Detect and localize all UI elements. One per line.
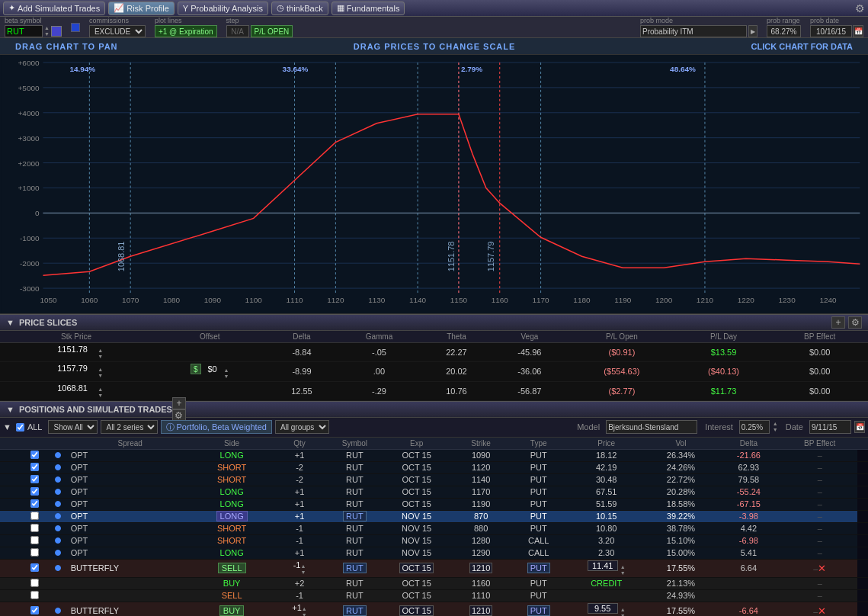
positions-expand-icon: ▼: [6, 405, 14, 414]
check-all-checkbox[interactable]: [16, 423, 24, 432]
slice-offset-cell[interactable]: [152, 381, 267, 400]
prob-mode-input[interactable]: [640, 25, 747, 37]
check-cell[interactable]: [21, 449, 47, 461]
remove-btn[interactable]: ✕: [818, 605, 826, 617]
beta-sym-stepper[interactable]: ▲▼: [44, 25, 50, 37]
slice-stk-price-cell[interactable]: ▲▼: [0, 362, 152, 382]
check-cell[interactable]: [21, 602, 47, 616]
price-input[interactable]: [588, 603, 618, 614]
color-dot: [55, 513, 61, 519]
stk-price-input[interactable]: [50, 383, 95, 393]
remove-btn[interactable]: ✕: [818, 563, 826, 574]
risk-chart[interactable]: +6000 +5000 +4000 +3000 +2000 +1000 0 -1…: [0, 55, 868, 314]
th-color: [47, 438, 69, 450]
dollar-btn[interactable]: $: [191, 364, 201, 374]
side-cell: SELL: [191, 559, 273, 577]
model-input[interactable]: [606, 420, 697, 434]
interest-stepper[interactable]: ▲▼: [773, 421, 778, 433]
price-input[interactable]: [588, 560, 618, 571]
slice-stk-price-cell[interactable]: ▲▼: [0, 343, 152, 362]
row-checkbox[interactable]: [30, 563, 39, 572]
stk-price-stepper[interactable]: ▲▼: [98, 387, 103, 399]
qty-stepper[interactable]: ▲▼: [302, 606, 307, 616]
prob-range-input[interactable]: [767, 25, 801, 37]
row-checkbox[interactable]: [30, 499, 39, 508]
check-cell[interactable]: [21, 547, 47, 559]
price-slices-add-btn[interactable]: +: [831, 316, 845, 329]
show-all-select[interactable]: Show All: [48, 420, 98, 434]
offset-stepper[interactable]: ▲▼: [224, 367, 229, 380]
portfolio-beta-btn[interactable]: ⓘ Portfolio, Beta Weighted: [161, 420, 271, 434]
side-cell: LONG: [191, 510, 273, 522]
price-stepper[interactable]: ▲▼: [620, 564, 626, 576]
check-cell[interactable]: [21, 473, 47, 486]
row-checkbox[interactable]: [30, 524, 39, 532]
check-cell[interactable]: [21, 461, 47, 473]
positions-add-btn[interactable]: +: [172, 397, 186, 409]
pl-open-btn[interactable]: P/L OPEN: [251, 25, 293, 37]
slice-offset-cell[interactable]: $▲▼: [152, 362, 267, 382]
prob-mode-arrow-icon[interactable]: ▶: [748, 25, 757, 37]
color-dot: [55, 525, 61, 531]
price-slices-gear-icon[interactable]: ⚙: [848, 316, 862, 329]
slice-offset-cell[interactable]: [152, 343, 267, 362]
slice-theta-cell: 20.02: [421, 362, 491, 382]
stk-price-stepper[interactable]: ▲▼: [98, 348, 103, 360]
row-checkbox[interactable]: [30, 579, 39, 587]
check-cell[interactable]: [21, 522, 47, 534]
probability-analysis-btn[interactable]: Y Probability Analysis: [178, 2, 268, 15]
side-cell: SHORT: [191, 522, 273, 534]
price-slices-table: Stk Price Offset Delta Gamma Theta Vega …: [0, 331, 868, 401]
prob-date-controls: 📅: [810, 25, 863, 37]
plus1-at-expiration-btn[interactable]: +1 @ Expiration: [155, 25, 217, 37]
row-checkbox[interactable]: [30, 512, 39, 520]
check-cell[interactable]: [21, 510, 47, 522]
check-cell[interactable]: [21, 577, 47, 589]
bp-effect-cell: –✕: [783, 602, 857, 616]
date-calendar-icon[interactable]: 📅: [854, 421, 865, 433]
symbol-cell: RUT: [327, 449, 383, 461]
prob-date-group: prob date 📅: [810, 17, 863, 37]
stk-price-stepper[interactable]: ▲▼: [98, 367, 103, 379]
fundamentals-btn[interactable]: ▦ Fundamentals: [332, 2, 405, 15]
symbol-badge: RUT: [343, 511, 367, 521]
check-cell[interactable]: [21, 498, 47, 510]
row-checkbox[interactable]: [30, 463, 39, 471]
qty-stepper[interactable]: ▲▼: [300, 563, 306, 576]
risk-profile-btn[interactable]: 📈 Risk Profile: [108, 2, 175, 15]
row-checkbox[interactable]: [30, 536, 39, 544]
row-checkbox[interactable]: [30, 487, 39, 496]
beta-symbol-color[interactable]: [51, 26, 62, 37]
check-cell[interactable]: [21, 589, 47, 602]
row-checkbox[interactable]: [30, 475, 39, 483]
row-checkbox[interactable]: [30, 548, 39, 557]
add-simulated-btn[interactable]: ✦ Add Simulated Trades: [3, 2, 105, 15]
row-checkbox[interactable]: [30, 591, 39, 599]
row-checkbox[interactable]: [30, 451, 39, 459]
thinkback-btn[interactable]: ◷ thinkBack: [271, 2, 328, 15]
check-cell[interactable]: [21, 534, 47, 547]
groups-select[interactable]: All groups: [275, 420, 329, 434]
offset-input[interactable]: [201, 364, 224, 374]
beta-symbol-input[interactable]: [5, 25, 43, 37]
stk-price-input[interactable]: [50, 345, 95, 354]
color-cell: [47, 559, 69, 577]
check-cell[interactable]: [21, 486, 47, 498]
price-stepper[interactable]: ▲▼: [620, 607, 626, 617]
commissions-select[interactable]: EXCLUDE INCLUDE: [89, 25, 146, 37]
col-pl-open: P/L Open: [568, 331, 675, 343]
stk-price-input[interactable]: [50, 364, 95, 373]
prob-date-calendar-icon[interactable]: 📅: [853, 25, 863, 37]
slice-stk-price-cell[interactable]: ▲▼: [0, 381, 152, 400]
settings-gear-icon[interactable]: ⚙: [855, 2, 865, 14]
prob-date-input[interactable]: [810, 25, 852, 37]
color-cell: [47, 602, 69, 616]
step-na-input[interactable]: [226, 25, 249, 37]
delta-cell: 62.93: [715, 461, 783, 473]
check-cell[interactable]: [21, 559, 47, 577]
row-checkbox[interactable]: [30, 606, 39, 614]
scroll-col: [857, 522, 868, 534]
series-select[interactable]: All 2 series: [101, 420, 158, 434]
interest-input[interactable]: [739, 420, 770, 434]
date-pos-input[interactable]: [809, 420, 851, 434]
